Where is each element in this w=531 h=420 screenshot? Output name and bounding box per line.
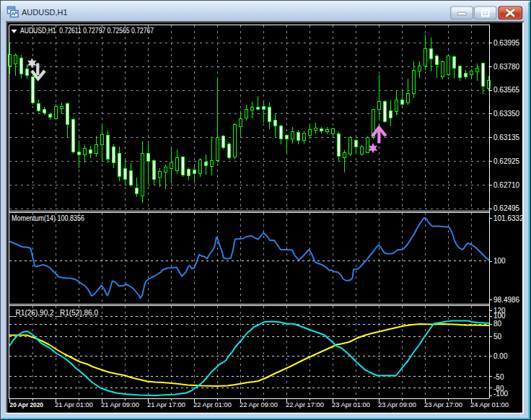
svg-text:0.63565: 0.63565 bbox=[493, 86, 520, 94]
svg-text:23 Apr 09:00: 23 Apr 09:00 bbox=[378, 401, 416, 408]
svg-text:0.62925: 0.62925 bbox=[493, 157, 520, 165]
svg-text:21 Apr 09:00: 21 Apr 09:00 bbox=[101, 401, 139, 408]
svg-text:80: 80 bbox=[493, 320, 502, 328]
svg-text:0.00: 0.00 bbox=[493, 352, 508, 360]
svg-text:100: 100 bbox=[493, 312, 506, 320]
svg-text:21 Apr 17:00: 21 Apr 17:00 bbox=[147, 401, 185, 408]
svg-text:23 Apr 01:00: 23 Apr 01:00 bbox=[332, 401, 370, 408]
svg-text:98.4986: 98.4986 bbox=[493, 296, 520, 304]
svg-text:100: 100 bbox=[493, 257, 506, 265]
svg-text:_R1(26),90,2 _R1(52),86,0: _R1(26),90,2 _R1(52),86,0 bbox=[11, 309, 98, 317]
svg-text:0.63135: 0.63135 bbox=[493, 134, 520, 141]
svg-text:AUDUSD,H1 0.72611 0.72797 0.7: AUDUSD,H1 0.72611 0.72797 0.72565 0.7276… bbox=[20, 27, 154, 35]
svg-text:24 Apr 01:00: 24 Apr 01:00 bbox=[470, 401, 509, 408]
svg-text:0.63995: 0.63995 bbox=[493, 39, 520, 47]
svg-text:20 Apr 2020: 20 Apr 2020 bbox=[10, 401, 44, 408]
svg-text:22 Apr 09:00: 22 Apr 09:00 bbox=[240, 401, 278, 408]
svg-text:21 Apr 01:00: 21 Apr 01:00 bbox=[55, 401, 93, 408]
svg-text:23 Apr 17:00: 23 Apr 17:00 bbox=[424, 401, 462, 408]
svg-text:AUDUSD,H1: AUDUSD,H1 bbox=[22, 8, 68, 17]
svg-text:0.63350: 0.63350 bbox=[493, 110, 520, 118]
svg-text:0.63780: 0.63780 bbox=[493, 63, 520, 71]
svg-text:-100: -100 bbox=[493, 390, 508, 398]
svg-text:101.6332: 101.6332 bbox=[493, 214, 524, 222]
svg-text:0.62495: 0.62495 bbox=[493, 204, 520, 212]
svg-text:0.62710: 0.62710 bbox=[493, 181, 520, 189]
svg-text:-50: -50 bbox=[493, 373, 504, 381]
svg-text:22 Apr 01:00: 22 Apr 01:00 bbox=[193, 401, 232, 408]
svg-text:Momentum(14) 100.8356: Momentum(14) 100.8356 bbox=[12, 214, 84, 222]
svg-text:50: 50 bbox=[493, 333, 502, 341]
svg-text:22 Apr 17:00: 22 Apr 17:00 bbox=[286, 401, 324, 408]
